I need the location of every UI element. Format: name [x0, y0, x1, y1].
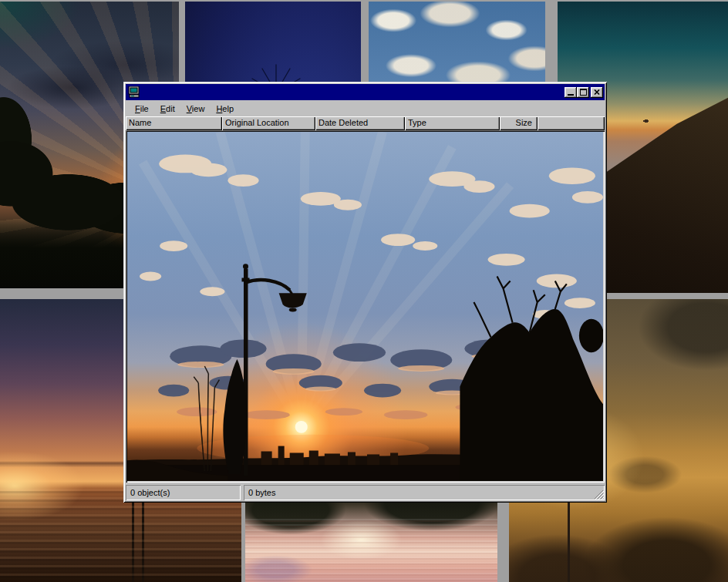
- menu-item-view[interactable]: View: [185, 103, 207, 114]
- column-header-type[interactable]: Type: [405, 116, 500, 130]
- close-button[interactable]: [591, 87, 603, 98]
- recycle-bin-window: File Edit View Help Name Original Locati…: [123, 82, 607, 503]
- sunset-lamp-photo: [127, 132, 603, 481]
- window-titlebar[interactable]: [126, 84, 605, 100]
- column-header-filler: [538, 116, 605, 130]
- status-bar: 0 object(s) 0 bytes: [126, 485, 605, 500]
- menu-item-file[interactable]: File: [133, 103, 150, 114]
- window-controls: [565, 87, 603, 98]
- maximize-button[interactable]: [577, 87, 589, 98]
- minimize-button[interactable]: [565, 87, 577, 98]
- menu-item-help[interactable]: Help: [214, 103, 235, 114]
- column-header-row: Name Original Location Date Deleted Type…: [126, 116, 605, 130]
- column-header-size[interactable]: Size: [500, 116, 538, 130]
- menu-item-edit[interactable]: Edit: [159, 103, 177, 114]
- status-total-size: 0 bytes: [244, 485, 605, 500]
- menu-bar: File Edit View Help: [126, 101, 605, 116]
- column-header-original-location[interactable]: Original Location: [222, 116, 315, 130]
- sun: [295, 421, 308, 433]
- resize-grip[interactable]: [594, 489, 604, 500]
- close-icon: [594, 89, 600, 95]
- file-list-view[interactable]: [126, 130, 605, 483]
- maximize-icon: [580, 89, 587, 96]
- computer-icon[interactable]: [127, 86, 140, 99]
- column-header-date-deleted[interactable]: Date Deleted: [315, 116, 405, 130]
- minimize-icon: [568, 94, 574, 96]
- status-object-count: 0 object(s): [126, 485, 241, 500]
- desktop: File Edit View Help Name Original Locati…: [0, 0, 728, 582]
- column-header-name[interactable]: Name: [126, 116, 222, 130]
